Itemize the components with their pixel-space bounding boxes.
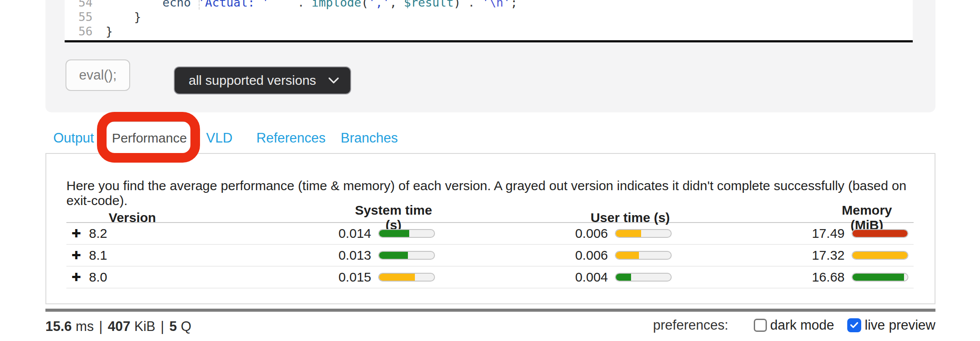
code-token [304, 0, 311, 9]
code-editor[interactable]: 54 echo 'Actual: ' . implode(',', $resul… [65, 0, 913, 42]
code-token: \n [489, 0, 504, 9]
line-number: 55 [65, 10, 93, 24]
bar-fill [379, 274, 415, 281]
metric-value: 0.006 [575, 248, 608, 263]
footer-divider [45, 309, 935, 312]
code-token [106, 10, 134, 24]
version-select[interactable]: all supported versions [174, 66, 351, 94]
system-bar [378, 251, 435, 260]
resource-stats: 15.6ms|407KiB|5Q [45, 319, 191, 334]
bar-fill [379, 230, 409, 237]
expand-icon[interactable]: ✚ [72, 271, 81, 283]
stat-unit: KiB [134, 319, 155, 334]
table-row: ✚8.00.0150.00416.68 [66, 267, 914, 289]
version-select-label: all supported versions [189, 73, 316, 88]
metric-value: 16.68 [812, 270, 845, 285]
dark-mode-checkbox[interactable] [754, 319, 767, 332]
code-token [191, 0, 198, 9]
checkbox-label: dark mode [770, 317, 834, 333]
table-row: ✚8.20.0140.00617.49 [66, 223, 914, 245]
line-number: 54 [65, 0, 93, 10]
code-token: . [297, 0, 304, 9]
code-token [475, 0, 482, 9]
code-token: ' [482, 0, 489, 9]
code-token: ) [454, 0, 461, 9]
version-label: 8.0 [89, 270, 107, 285]
column-header: Version [66, 210, 198, 225]
system-cell: 0.015 [337, 270, 435, 285]
version-cell: ✚8.0 [66, 270, 198, 285]
preferences-label: preferences: [653, 317, 728, 333]
code-text: echo 'Actual: ' . implode(',', $result) … [106, 0, 518, 10]
preference-dark-mode[interactable]: dark mode [754, 317, 834, 333]
performance-table: VersionSystem time (s)User time (s)Memor… [66, 203, 914, 289]
version-label: 8.1 [89, 248, 107, 263]
metric-value: 17.49 [812, 226, 845, 241]
check-icon [849, 320, 859, 330]
bar-fill [379, 252, 408, 259]
code-token: ',' [369, 0, 390, 9]
preferences: preferences: dark modelive preview [653, 317, 935, 333]
user-bar [615, 229, 672, 238]
checkbox-label: live preview [865, 317, 935, 333]
metric-value: 0.004 [575, 270, 608, 285]
code-token [397, 0, 404, 9]
code-lines: 54 echo 'Actual: ' . implode(',', $resul… [65, 0, 913, 38]
code-token: . [468, 0, 475, 9]
code-token [461, 0, 468, 9]
system-bar [378, 229, 435, 238]
preference-live-preview[interactable]: live preview [847, 317, 935, 333]
code-token: 'Actual: ' [198, 0, 269, 9]
memory-bar [852, 273, 908, 282]
code-text: } [106, 24, 113, 38]
table-row: ✚8.10.0130.00617.32 [66, 245, 914, 267]
stat-value: 407 [108, 319, 131, 334]
system-cell: 0.013 [337, 248, 435, 263]
table-header-row: VersionSystem time (s)User time (s)Memor… [66, 203, 914, 223]
metric-value: 17.32 [812, 248, 845, 263]
code-token: implode [311, 0, 361, 9]
tab-branches[interactable]: Branches [341, 130, 398, 146]
bar-fill [852, 252, 908, 259]
code-line: 56} [65, 24, 913, 38]
metric-value: 0.015 [338, 270, 371, 285]
column-header: User time (s) [574, 210, 672, 225]
chevron-down-icon [328, 77, 340, 84]
user-bar [615, 251, 672, 260]
tab-vld[interactable]: VLD [206, 130, 232, 146]
code-line: 54 echo 'Actual: ' . implode(',', $resul… [65, 0, 913, 10]
code-line: 55 } [65, 10, 913, 24]
editor-panel: 54 echo 'Actual: ' . implode(',', $resul… [45, 0, 935, 112]
tab-performance[interactable]: Performance [105, 121, 194, 155]
bar-fill [616, 274, 631, 281]
live-preview-checkbox[interactable] [847, 318, 861, 332]
bar-fill [852, 274, 904, 281]
code-token: $result [404, 0, 454, 9]
user-cell: 0.006 [574, 248, 672, 263]
stat-value: 5 [169, 319, 177, 334]
code-token: , [390, 0, 397, 9]
memory-bar [852, 229, 908, 238]
code-token: } [134, 10, 141, 24]
code-text: } [106, 10, 141, 24]
memory-bar [852, 251, 908, 260]
performance-panel: Here you find the average performance (t… [45, 153, 935, 304]
user-cell: 0.006 [574, 226, 672, 241]
code-token: echo [162, 0, 191, 9]
expand-icon[interactable]: ✚ [72, 250, 81, 261]
eval-button[interactable]: eval(); [66, 59, 130, 91]
user-bar [615, 273, 672, 282]
memory-cell: 17.49 [811, 226, 908, 241]
tab-output[interactable]: Output [53, 130, 94, 146]
bar-fill [616, 252, 639, 259]
metric-value: 0.014 [338, 226, 371, 241]
memory-cell: 17.32 [811, 248, 908, 263]
version-cell: ✚8.2 [66, 226, 198, 241]
stat-unit: ms [76, 319, 93, 334]
version-label: 8.2 [89, 226, 107, 241]
code-token: ; [511, 0, 518, 9]
code-token [269, 0, 297, 9]
expand-icon[interactable]: ✚ [72, 228, 81, 239]
tab-references[interactable]: References [256, 130, 326, 146]
line-number: 56 [65, 24, 93, 38]
